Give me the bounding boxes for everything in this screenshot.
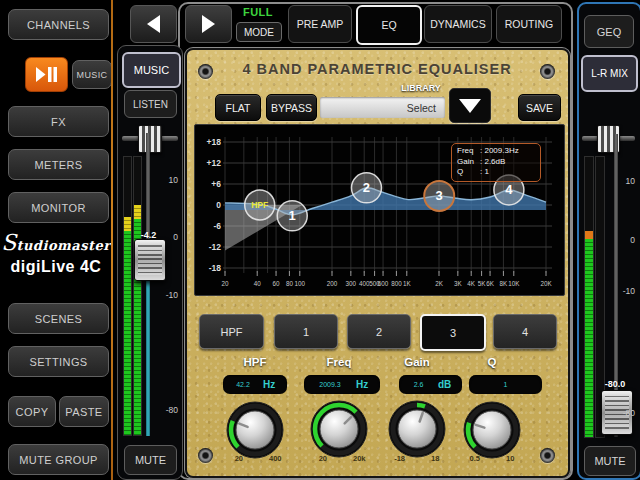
- mixer-app: { "colors": { "accent_orange": "#e8720f"…: [0, 0, 640, 480]
- meters-button[interactable]: METERS: [8, 149, 109, 180]
- eq-panel: 4 BAND PARAMETRIC EQUALISER FLAT BYPASS …: [185, 48, 570, 478]
- gain-knob[interactable]: [388, 400, 446, 458]
- digilive-logo: digiLive 4C: [0, 258, 112, 276]
- svg-text:5K: 5K: [478, 280, 487, 287]
- eq-band-node-3[interactable]: 3: [424, 181, 454, 211]
- screw-icon: [540, 448, 555, 463]
- nav-prev-button[interactable]: [130, 5, 177, 43]
- listen-button[interactable]: LISTEN: [124, 90, 177, 118]
- band-button-2[interactable]: 2: [347, 314, 411, 349]
- master-strip: GEQ L-R MIX -80.0 10 0 -10 -80 MUTE: [577, 2, 640, 480]
- fader-scale-label: -10: [160, 290, 178, 300]
- band-button-3[interactable]: 3: [420, 314, 486, 351]
- svg-text:3K: 3K: [454, 280, 463, 287]
- svg-text:2: 2: [363, 180, 370, 195]
- channel-name-button[interactable]: MUSIC: [122, 52, 181, 88]
- level-meter-right: [133, 156, 142, 436]
- info-freq-value: : 2009.3Hz: [480, 146, 519, 155]
- library-dropdown-button[interactable]: [449, 88, 491, 123]
- freq-knob[interactable]: [310, 400, 368, 458]
- prev-arrow-icon: [147, 15, 160, 33]
- library-select[interactable]: Select: [320, 97, 445, 118]
- screw-icon: [198, 64, 213, 79]
- svg-text:20: 20: [221, 280, 229, 287]
- flat-button[interactable]: FLAT: [215, 94, 261, 121]
- channels-button[interactable]: CHANNELS: [8, 9, 109, 40]
- eq-title: 4 BAND PARAMETRIC EQUALISER: [217, 61, 537, 77]
- svg-text:+6: +6: [211, 179, 221, 189]
- studiomaster-logo: Studiomaster: [0, 230, 112, 255]
- svg-text:-12: -12: [209, 242, 222, 252]
- info-q-label: Q: [457, 167, 480, 178]
- knob-max-label: 20k: [353, 454, 379, 463]
- music-source-button[interactable]: MUSIC: [72, 60, 112, 89]
- mute-group-button[interactable]: MUTE GROUP: [8, 444, 109, 475]
- master-scale-label: 10: [621, 176, 635, 186]
- svg-text:8K: 8K: [500, 280, 509, 287]
- play-pause-icon: [36, 67, 58, 82]
- eq-band-node-hpf[interactable]: HPF: [245, 190, 275, 220]
- fx-button[interactable]: FX: [8, 106, 109, 137]
- svg-text:10K: 10K: [508, 280, 520, 287]
- copy-button[interactable]: COPY: [8, 396, 56, 427]
- freq-value-display: 2009.3Hz: [304, 375, 380, 394]
- svg-text:6K: 6K: [486, 280, 495, 287]
- svg-text:4: 4: [505, 182, 513, 197]
- q-knob[interactable]: [463, 401, 521, 459]
- svg-text:20K: 20K: [540, 280, 552, 287]
- fader-track[interactable]: [146, 133, 150, 436]
- band-button-1[interactable]: 1: [274, 314, 338, 349]
- info-gain-value: : 2.6dB: [480, 157, 505, 166]
- pan-handle[interactable]: [138, 125, 162, 153]
- svg-text:+18: +18: [207, 137, 222, 147]
- master-fader-value: -80.0: [596, 379, 634, 389]
- level-meter-left: [123, 156, 132, 436]
- fader-handle[interactable]: [134, 239, 166, 281]
- svg-text:80: 80: [286, 280, 294, 287]
- svg-text:400: 400: [359, 280, 370, 287]
- svg-text:600: 600: [378, 280, 389, 287]
- knob-max-label: 400: [269, 454, 295, 463]
- knob-min-label: 0.5: [454, 454, 480, 463]
- svg-text:+12: +12: [207, 158, 222, 168]
- band-button-hpf[interactable]: HPF: [199, 314, 264, 349]
- mute-button[interactable]: MUTE: [124, 445, 177, 475]
- monitor-button[interactable]: MONITOR: [8, 192, 109, 223]
- eq-band-node-1[interactable]: 1: [277, 201, 307, 231]
- master-mute-button[interactable]: MUTE: [584, 446, 636, 476]
- knob-label-q: Q: [462, 356, 522, 368]
- bypass-button[interactable]: BYPASS: [266, 94, 317, 121]
- band-button-4[interactable]: 4: [493, 314, 557, 349]
- gain-value-display: 2.6dB: [399, 375, 462, 394]
- svg-text:60: 60: [273, 280, 281, 287]
- knob-min-label: 20: [301, 454, 327, 463]
- lr-mix-button[interactable]: L-R MIX: [581, 55, 638, 92]
- svg-text:-6: -6: [213, 221, 221, 231]
- dropdown-arrow-icon: [459, 99, 481, 113]
- sidebar-divider: [111, 0, 113, 480]
- hpf-knob[interactable]: [226, 401, 284, 459]
- knob-min-label: -18: [379, 454, 405, 463]
- save-button[interactable]: SAVE: [518, 94, 561, 121]
- channel-strip: MUSIC LISTEN -4.2 10 0 -10 -80 MUTE: [117, 45, 183, 480]
- master-meter-left: [584, 156, 594, 438]
- master-scale-label: 0: [621, 235, 635, 245]
- fader-scale-label: -80: [160, 405, 178, 415]
- fader-scale-label: 10: [160, 175, 178, 185]
- svg-text:4K: 4K: [467, 280, 476, 287]
- svg-text:100: 100: [295, 280, 306, 287]
- svg-text:200: 200: [327, 280, 338, 287]
- fader-scale-label: 0: [160, 232, 178, 242]
- svg-text:2K: 2K: [435, 280, 444, 287]
- settings-button[interactable]: SETTINGS: [8, 346, 109, 377]
- scenes-button[interactable]: SCENES: [8, 303, 109, 334]
- svg-text:300: 300: [346, 280, 357, 287]
- paste-button[interactable]: PASTE: [59, 396, 109, 427]
- geq-button[interactable]: GEQ: [584, 15, 634, 48]
- knob-label-freq: Freq: [309, 356, 369, 368]
- svg-text:40: 40: [254, 280, 262, 287]
- transport-play-button[interactable]: [25, 57, 68, 92]
- eq-band-node-2[interactable]: 2: [351, 173, 381, 203]
- svg-text:3: 3: [436, 188, 443, 203]
- eq-graph[interactable]: +18+12+60-6-12-1820406080100200300400500…: [194, 124, 565, 296]
